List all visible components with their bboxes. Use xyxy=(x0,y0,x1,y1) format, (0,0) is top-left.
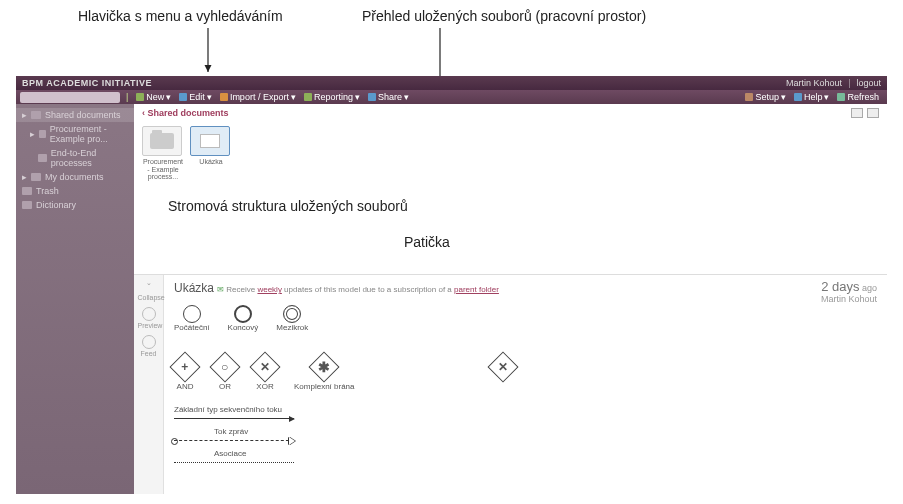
event-start: Počáteční xyxy=(174,305,210,332)
menu-help[interactable]: Help▾ xyxy=(794,92,830,102)
view-list-icon[interactable] xyxy=(867,108,879,118)
workspace: ‹ Shared documents Procurement - Example… xyxy=(134,104,887,494)
gateway-complex: ✱Komplexní brána xyxy=(294,352,354,391)
sidebar-item-dictionary[interactable]: Dictionary xyxy=(16,198,134,212)
footer-meta: 2 days ago Martin Kohout xyxy=(821,279,877,304)
file-item-folder[interactable]: Procurement - Example process... xyxy=(142,126,184,181)
menu-new[interactable]: New▾ xyxy=(136,92,171,102)
gateway-extra: ✕ xyxy=(492,352,514,382)
breadcrumb[interactable]: ‹ Shared documents xyxy=(134,104,887,122)
event-intermediate: Mezikrok xyxy=(276,305,308,332)
gateway-xor: ✕XOR xyxy=(254,352,276,391)
menu-setup[interactable]: Setup▾ xyxy=(745,92,786,102)
sidebar-item-procurement[interactable]: ▸Procurement - Example pro... xyxy=(16,122,134,146)
menu-share[interactable]: Share▾ xyxy=(368,92,409,102)
file-item-ukazka[interactable]: Ukázka xyxy=(190,126,232,181)
title-bar: BPM ACADEMIC INITIATIVE Martin Kohout | … xyxy=(16,76,887,90)
flow-section: Základní typ sekvenčního toku Tok zpráv … xyxy=(174,405,877,463)
sidebar-item-endtoend[interactable]: End-to-End processes xyxy=(16,146,134,170)
menu-reporting[interactable]: Reporting▾ xyxy=(304,92,360,102)
bpmn-events-row: Počáteční Koncový Mezikrok xyxy=(174,305,877,332)
footer-panel: ⌄Collapse Preview Feed Ukázka ✉ Receive … xyxy=(134,274,887,494)
user-name[interactable]: Martin Kohout xyxy=(786,78,842,88)
menu-edit[interactable]: Edit▾ xyxy=(179,92,212,102)
weekly-link[interactable]: weekly xyxy=(257,285,281,294)
menu-import-export[interactable]: Import / Export▾ xyxy=(220,92,296,102)
annotation-header: Hlavička s menu a vyhledáváním xyxy=(78,8,283,24)
gateway-or: ○OR xyxy=(214,352,236,391)
search-input[interactable] xyxy=(20,92,120,103)
gateway-and: +AND xyxy=(174,352,196,391)
event-end: Koncový xyxy=(228,305,259,332)
sidebar-item-mydocs[interactable]: ▸My documents xyxy=(16,170,134,184)
annotation-workspace: Přehled uložených souborů (pracovní pros… xyxy=(362,8,646,24)
footer-tab-feed[interactable]: Feed xyxy=(138,335,160,357)
message-flow-line xyxy=(174,440,294,441)
folder-icon xyxy=(150,133,174,149)
sequence-flow-line xyxy=(174,418,294,419)
sidebar-item-trash[interactable]: Trash xyxy=(16,184,134,198)
parent-folder-link[interactable]: parent folder xyxy=(454,285,499,294)
sidebar: ▸Shared documents ▸Procurement - Example… xyxy=(16,104,134,494)
logout-link[interactable]: logout xyxy=(856,78,881,88)
view-grid-icon[interactable] xyxy=(851,108,863,118)
sidebar-item-shared[interactable]: ▸Shared documents xyxy=(16,108,134,122)
bpmn-gateways-row: +AND ○OR ✕XOR ✱Komplexní brána ✕ xyxy=(174,352,877,391)
menu-bar: | New▾ Edit▾ Import / Export▾ Reporting▾… xyxy=(16,90,887,104)
menu-refresh[interactable]: Refresh xyxy=(837,92,879,102)
footer-subtitle: ✉ Receive weekly updates of this model d… xyxy=(217,285,499,294)
file-icon xyxy=(200,134,220,148)
association-line xyxy=(174,462,294,463)
footer-tab-preview[interactable]: Preview xyxy=(138,307,160,329)
footer-tab-collapse[interactable]: ⌄Collapse xyxy=(138,279,160,301)
footer-title: Ukázka xyxy=(174,281,214,295)
logo: BPM ACADEMIC INITIATIVE xyxy=(22,78,152,88)
